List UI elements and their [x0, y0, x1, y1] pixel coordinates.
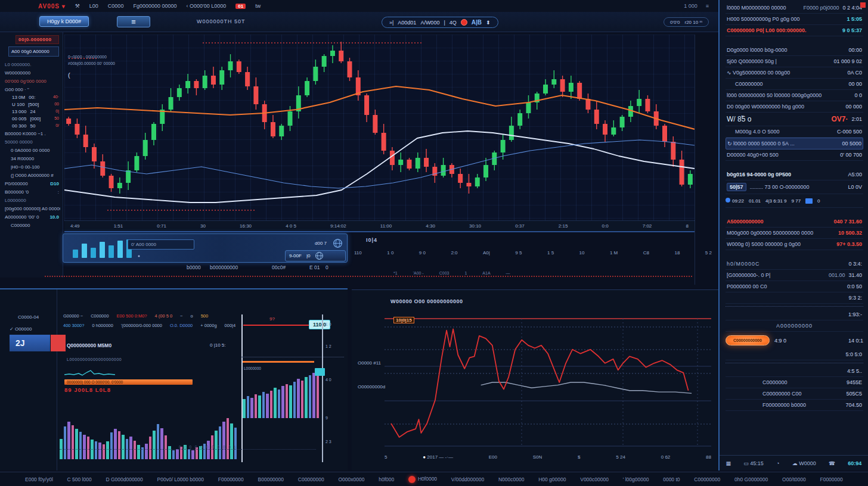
header-item[interactable]: 400 3000?	[63, 323, 84, 328]
status-item[interactable]: O00/t0000	[782, 476, 806, 482]
footer-tool[interactable]: ▦	[726, 460, 731, 466]
info-row[interactable]: P0000000 00 C00:0 50	[726, 281, 863, 292]
footer-tool[interactable]: ▭ 45:15	[743, 460, 764, 466]
red-tile[interactable]	[51, 335, 66, 351]
sidebar-table-row[interactable]: U 100[500]00	[4, 101, 60, 108]
chip[interactable]: 9 77	[792, 198, 801, 204]
sidebar-item[interactable]: 50000 00000	[4, 138, 60, 146]
footer-tool[interactable]: ◔	[776, 460, 779, 466]
status-item[interactable]: ' l00g00000	[623, 476, 649, 482]
status-item[interactable]: N000c0000	[498, 476, 524, 482]
wait-status-row[interactable]: 9-00F |0	[285, 250, 346, 261]
sidebar-item[interactable]: C000000	[4, 221, 60, 229]
line-chart[interactable]	[385, 314, 711, 451]
info-row[interactable]: C00000009455E	[726, 377, 863, 388]
info-row[interactable]: A50000000000040 7 31.60	[726, 216, 863, 228]
footer-tool[interactable]: ☎	[829, 460, 835, 466]
chip[interactable]: 0	[817, 198, 820, 204]
sidebar-item[interactable]: 00'000 0g'000 0000	[4, 77, 60, 85]
header-item[interactable]: G00000 ~	[63, 313, 83, 319]
header-item[interactable]: C000000	[91, 313, 108, 319]
sub-row-item[interactable]: 00c0#	[272, 264, 286, 270]
sidebar-item[interactable]: L0 0000000.	[4, 60, 60, 68]
status-item[interactable]: O000x0000	[339, 476, 365, 482]
candlestick-chart[interactable]	[64, 35, 695, 213]
menu-item[interactable]: C0000	[108, 3, 124, 9]
time-display[interactable]: 0'0'0 r20 10 ᵐ	[664, 17, 709, 27]
info-row[interactable]: A000000000	[726, 320, 863, 332]
sub-row-item[interactable]: b000000000	[210, 264, 238, 270]
chip[interactable]: 09:22	[726, 198, 744, 204]
status-item[interactable]: V000c00000	[580, 476, 609, 482]
menu-item[interactable]: Fg0000000 00000	[133, 3, 176, 9]
info-row[interactable]: 4:5 5..	[726, 366, 863, 377]
sidebar-item[interactable]: G00 000 · ''	[4, 85, 60, 94]
info-row[interactable]: C0000000000 00	[726, 79, 863, 90]
info-row[interactable]: D0 00g00 W00000000 h0g g00000 000	[726, 101, 863, 113]
info-row[interactable]: D00000 40g0+00 5000' 00 700	[726, 149, 863, 161]
status-item[interactable]: F0000000	[820, 476, 842, 482]
info-row[interactable]: 9:3 2:	[726, 292, 863, 304]
info-row[interactable]: W000g 0) 5000 000000 g 0g0097+ 0.3.50	[726, 239, 863, 250]
status-item[interactable]: P00v0/ L0000 b0000	[157, 476, 204, 482]
header-item[interactable]: 0 h000000	[92, 323, 113, 328]
header-item[interactable]: 500	[201, 313, 209, 319]
status-item[interactable]: F00000000	[218, 476, 244, 482]
header-item[interactable]: E00 500 0:M0?	[117, 313, 147, 319]
info-row[interactable]: l0000 M00000000 00000F0000 p0j00000 2 4:…	[726, 2, 863, 14]
status-item[interactable]: 0h0 G0000000	[734, 476, 768, 482]
sidebar-table-row[interactable]: 00 005[000]50	[4, 115, 60, 122]
globe-icon[interactable]	[333, 238, 343, 248]
info-row[interactable]: W/ 8̃5 o OV7·2:01	[726, 113, 863, 126]
menu-link[interactable]: ‹ O000'00 L0000	[186, 3, 226, 9]
sidebar-item[interactable]: :B000000 '0	[4, 188, 60, 196]
status-item[interactable]: D G000d000000	[106, 476, 142, 482]
info-row[interactable]: ∿ V0g50000000 00 00g000A C0	[726, 67, 863, 79]
status-item[interactable]: H0f0000	[408, 476, 437, 483]
sub-row-item[interactable]: E 01	[309, 264, 320, 270]
sidebar-item[interactable]: 10.0A0000000 '00' 0	[4, 213, 60, 221]
footer-tool[interactable]: ☁ W0000	[792, 460, 816, 466]
info-row[interactable]: ↻ l0000 0000 50000 0 5A ...00 5000	[726, 138, 863, 149]
chip[interactable]	[805, 198, 813, 203]
info-row[interactable]: M000g 4.0 O 5000C-000 500	[726, 126, 863, 138]
candlestick-chart-panel[interactable]: 0~0000 · 000000000 ≠00b|00.00000 00' 000…	[64, 35, 695, 232]
sidebar-item[interactable]: (] O000 A0000000 #	[4, 171, 60, 179]
sidebar-item[interactable]: B00000 K0000 ~1 .	[4, 129, 60, 138]
header-item[interactable]: 4 (00 5 0	[154, 313, 172, 319]
sidebar-table-row[interactable]: 00 300500/	[4, 122, 60, 129]
info-row[interactable]: M00g000 0g00000 500000000 000010 500.32	[726, 228, 863, 239]
info-row[interactable]: 5:0 5:0	[726, 349, 863, 360]
sidebar-table-row[interactable]: 13 0M00:40·	[4, 94, 60, 101]
status-item[interactable]: E000 f0y/y0l	[25, 476, 53, 482]
info-row[interactable]: C00000000 C00505C5	[726, 388, 863, 400]
status-item[interactable]: C00000000	[694, 476, 720, 482]
sidebar-item[interactable]: A00 00g0 A00000	[8, 46, 59, 57]
sidebar-item[interactable]: |H0~0 00-100	[4, 163, 60, 171]
sidebar-item[interactable]: D10P0/000000	[4, 179, 60, 188]
footer-tool[interactable]: 60:94	[848, 460, 861, 466]
list-view-button[interactable]: ≣	[117, 16, 150, 27]
info-row[interactable]: 50|57......... 73 00 O-00000000L0 0V	[726, 180, 863, 194]
info-row[interactable]: h0/M0000C0 3:4:	[726, 258, 863, 270]
menu-item[interactable]: ⚒	[75, 3, 80, 9]
sidebar-item[interactable]: 34 R00000	[4, 154, 60, 163]
status-item[interactable]: H00 g00000	[538, 476, 566, 482]
primary-toolbar-button[interactable]: H0gy k D000#	[39, 16, 89, 27]
header-item[interactable]: o	[190, 313, 193, 319]
menu-item[interactable]: L00	[89, 3, 98, 9]
app-logo[interactable]: AV00S ▾	[38, 3, 66, 10]
status-item[interactable]: C 500 l000	[67, 476, 92, 482]
value-tile[interactable]: 2J	[10, 335, 50, 351]
sidebar-item[interactable]: [00g000 000000] A0 00000	[4, 204, 60, 213]
status-item[interactable]: V/00dd000000	[451, 476, 484, 482]
info-row[interactable]: b0g016 94-0000 0g 0P500A5:00	[726, 169, 863, 180]
chip[interactable]: 4|3 6:31 9	[765, 198, 786, 204]
info-row[interactable]: [G00000000-. 0 P|001.0031.40	[726, 270, 863, 281]
sidebar-item[interactable]: 0 0A0000 00 0000	[4, 146, 60, 154]
status-item[interactable]: h0f000	[379, 476, 394, 482]
alert-icon[interactable]	[461, 19, 467, 26]
symbol-selector[interactable]: »| A00d01 A/W000 | 4Q A|B ⬍	[382, 17, 498, 28]
header-item[interactable]: + 0000g	[200, 323, 216, 328]
header-item[interactable]: ~	[180, 313, 182, 319]
